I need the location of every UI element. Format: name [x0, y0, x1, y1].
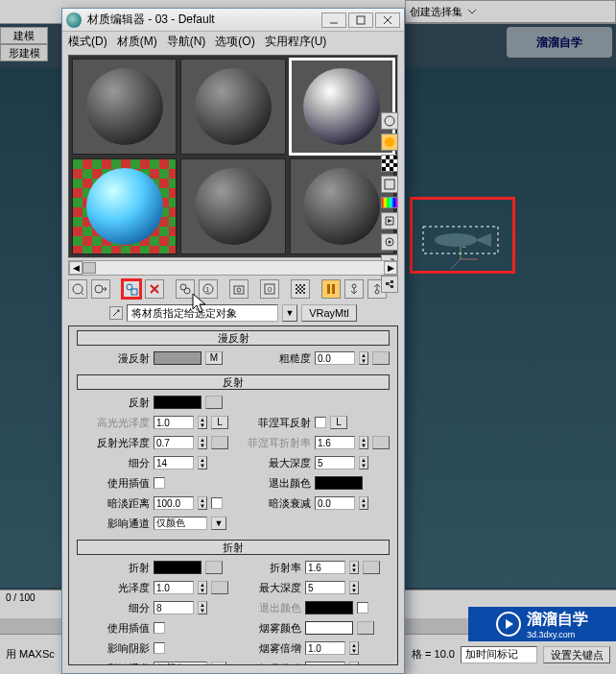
menu-nav[interactable]: 导航(N) [167, 34, 206, 50]
reflect-map-button[interactable] [205, 396, 223, 409]
section-header-refraction[interactable]: 折射 [77, 540, 390, 555]
subdiv-input[interactable]: 14 [154, 456, 194, 469]
reflect-gloss-input[interactable]: 0.7 [154, 436, 194, 449]
dim-dist-spinner[interactable]: ▲▼ [198, 496, 207, 510]
fresnel-checkbox[interactable] [315, 417, 326, 428]
dim-falloff-spinner[interactable]: ▲▼ [359, 496, 368, 510]
sample-type-icon[interactable] [381, 112, 398, 130]
fog-mult-input[interactable]: 1.0 [305, 641, 345, 655]
section-header-diffuse[interactable]: 漫反射 [77, 330, 390, 346]
material-slot-5[interactable] [180, 158, 285, 254]
go-to-parent-icon[interactable] [344, 279, 364, 299]
r-affect-channel-dropdown-icon[interactable]: ▼ [211, 662, 226, 665]
roughness-map-button[interactable] [372, 351, 390, 365]
max-depth-input[interactable]: 5 [315, 456, 355, 469]
section-header-reflection[interactable]: 反射 [77, 374, 390, 390]
bg-tab-shapemodel[interactable]: 形建模 [0, 44, 48, 61]
fresnel-lock-button[interactable]: L [330, 416, 347, 429]
reflect-gloss-map-button[interactable] [211, 436, 228, 449]
make-preview-icon[interactable] [381, 212, 398, 229]
options-icon[interactable] [381, 233, 398, 251]
dropdown-icon[interactable] [465, 5, 479, 18]
fog-mult-spinner[interactable]: ▲▼ [349, 641, 359, 655]
hilight-lock-button[interactable]: L [211, 416, 228, 429]
r-subdiv-input[interactable]: 8 [154, 601, 194, 614]
set-key-button[interactable]: 设置关键点 [543, 646, 610, 663]
fresnel-ior-spinner[interactable]: ▲▼ [359, 436, 368, 449]
refract-gloss-spinner[interactable]: ▲▼ [198, 581, 207, 594]
background-toggle-icon[interactable] [381, 155, 398, 172]
name-dropdown-icon[interactable]: ▼ [282, 304, 297, 322]
maxscript-label[interactable]: 用 MAXSc [6, 647, 55, 662]
material-slot-2[interactable] [180, 59, 285, 155]
refract-color-swatch[interactable] [154, 561, 201, 574]
material-map-nav-icon[interactable] [381, 276, 398, 293]
maximize-button[interactable] [348, 12, 373, 28]
refract-gloss-input[interactable]: 1.0 [154, 581, 194, 594]
hilight-gloss-spinner[interactable]: ▲▼ [198, 416, 207, 429]
roughness-input[interactable]: 0.0 [315, 351, 355, 365]
material-type-button[interactable]: VRayMtl [301, 304, 357, 322]
reset-map-icon[interactable] [145, 279, 164, 299]
affect-channel-dropdown-icon[interactable]: ▼ [211, 517, 226, 530]
r-max-depth-input[interactable]: 5 [305, 581, 345, 594]
diffuse-color-swatch[interactable] [154, 351, 201, 365]
subdiv-spinner[interactable]: ▲▼ [198, 456, 207, 469]
max-depth-spinner[interactable]: ▲▼ [359, 456, 368, 469]
get-material-icon[interactable] [68, 279, 87, 299]
titlebar[interactable]: 材质编辑器 - 03 - Default [62, 9, 404, 32]
show-map-icon[interactable] [291, 279, 310, 299]
dim-dist-input[interactable]: 100.0 [154, 496, 194, 510]
fresnel-ior-map-button[interactable] [372, 436, 390, 449]
menu-material[interactable]: 材质(M) [117, 34, 157, 50]
bg-tab-modeling[interactable]: 建模 [0, 27, 48, 44]
time-tag-button[interactable]: 加时间标记 [461, 646, 537, 663]
dim-falloff-input[interactable]: 0.0 [315, 496, 355, 510]
r-exit-color-swatch[interactable] [305, 601, 353, 614]
r-max-depth-spinner[interactable]: ▲▼ [349, 581, 359, 594]
fog-bias-input[interactable]: 0.0 [305, 662, 345, 665]
material-slot-4[interactable] [72, 158, 177, 254]
refract-gloss-map-button[interactable] [211, 581, 228, 594]
exit-color-swatch[interactable] [315, 476, 363, 490]
r-subdiv-spinner[interactable]: ▲▼ [198, 601, 207, 614]
refract-map-button[interactable] [205, 561, 223, 574]
r-exit-color-checkbox[interactable] [357, 602, 368, 614]
menu-mode[interactable]: 模式(D) [68, 34, 107, 50]
material-slot-1[interactable] [72, 59, 177, 155]
minimize-button[interactable] [321, 12, 346, 28]
scroll-left-icon[interactable]: ◀ [69, 261, 83, 275]
reflect-gloss-spinner[interactable]: ▲▼ [198, 436, 207, 449]
affect-channel-combo[interactable]: 仅颜色 [154, 517, 207, 530]
fog-color-swatch[interactable] [305, 621, 353, 635]
scrollbar-thumb[interactable] [83, 262, 96, 274]
close-button[interactable] [375, 12, 400, 28]
show-end-result-icon[interactable] [321, 279, 341, 299]
ior-input[interactable]: 1.6 [305, 561, 345, 574]
affect-shadow-checkbox[interactable] [154, 642, 165, 654]
r-use-interp-checkbox[interactable] [154, 622, 165, 634]
use-interp-checkbox[interactable] [154, 477, 165, 489]
dim-dist-checkbox[interactable] [211, 497, 223, 509]
roughness-spinner[interactable]: ▲▼ [359, 351, 368, 365]
backlight-icon[interactable] [381, 133, 398, 151]
video-color-check-icon[interactable] [381, 197, 398, 208]
fresnel-ior-input[interactable]: 1.6 [315, 436, 355, 449]
ior-map-button[interactable] [363, 561, 380, 574]
menu-options[interactable]: 选项(O) [215, 34, 254, 50]
pick-material-icon[interactable] [109, 306, 123, 320]
make-copy-icon[interactable] [176, 279, 195, 299]
fog-bias-spinner[interactable]: ▲▼ [349, 662, 359, 665]
reflect-color-swatch[interactable] [154, 396, 201, 409]
assign-to-selection-icon[interactable] [122, 279, 141, 299]
sample-uv-icon[interactable] [381, 176, 398, 193]
scroll-right-icon[interactable]: ▶ [384, 261, 397, 275]
material-id-icon[interactable]: 0 [260, 279, 279, 299]
r-affect-channel-combo[interactable]: 仅颜色 [154, 662, 207, 665]
selected-object[interactable] [422, 226, 499, 254]
make-unique-icon[interactable]: 1 [199, 279, 218, 299]
fog-color-map-button[interactable] [357, 621, 374, 635]
menu-util[interactable]: 实用程序(U) [265, 34, 327, 50]
swatch-scrollbar[interactable]: ◀ ▶ [68, 260, 398, 276]
put-to-library-icon[interactable] [229, 279, 249, 299]
